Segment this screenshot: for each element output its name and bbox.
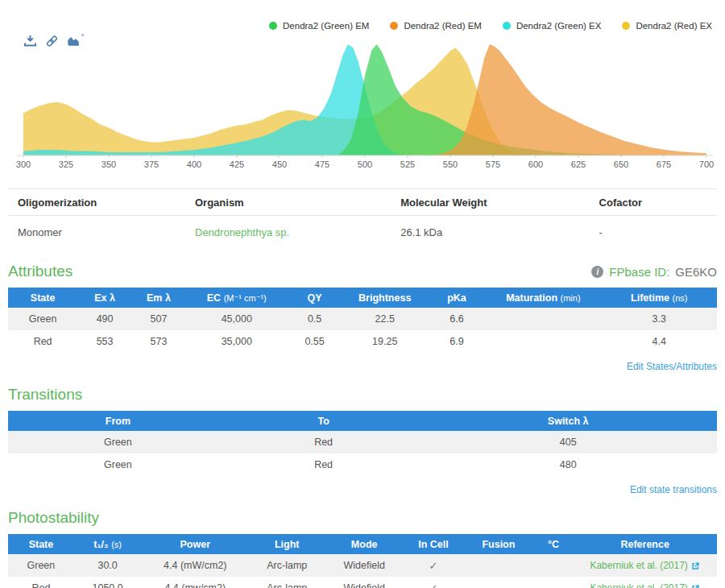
copy-link-icon[interactable] [46, 35, 58, 47]
legend-item-green-ex[interactable]: Dendra2 (Green) EX [503, 21, 601, 31]
cell-light: Arc-lamp [249, 554, 325, 577]
col-qy: QY [288, 288, 342, 308]
svg-text:600: 600 [528, 159, 543, 169]
cell-brightness: 22.5 [342, 308, 429, 330]
col-switch-lambda: Switch λ [419, 411, 717, 431]
legend-label: Dendra2 (Red) EM [404, 21, 482, 31]
cell-brightness: 19.25 [342, 330, 429, 353]
svg-text:450: 450 [272, 159, 287, 169]
chart-toolbar: + [24, 35, 80, 47]
col-reference: Reference [573, 534, 717, 554]
col-t-half: t₁/₂ (s) [74, 534, 142, 554]
table-row: Green 490 507 45,000 0.5 22.5 6.6 3.3 [8, 308, 717, 330]
legend-dot-icon [503, 22, 511, 30]
col-ex-lambda: Ex λ [77, 288, 132, 308]
cofactor-value: - [590, 216, 717, 251]
cell-temperature [534, 577, 573, 588]
legend-item-red-ex[interactable]: Dendra2 (Red) EX [622, 21, 712, 31]
edit-states-link[interactable]: Edit States/Attributes [627, 361, 717, 372]
col-to: To [228, 411, 420, 431]
cell-maturation [485, 330, 601, 353]
svg-text:300: 300 [16, 159, 31, 169]
cell-state: Red [8, 577, 74, 588]
cell-switch: 405 [419, 431, 717, 453]
svg-text:575: 575 [486, 159, 500, 169]
table-row: Green Red 405 [8, 431, 717, 453]
svg-text:350: 350 [102, 159, 116, 169]
cell-light: Arc-lamp [249, 577, 325, 588]
svg-text:475: 475 [315, 159, 329, 169]
col-power: Power [141, 534, 249, 554]
external-link-icon [691, 584, 700, 588]
cell-state: Red [8, 330, 77, 353]
cell-lifetime: 3.3 [602, 308, 717, 330]
info-icon[interactable]: i [591, 266, 603, 278]
cell-mode: Widefield [325, 577, 404, 588]
cell-em: 507 [132, 308, 185, 330]
organism-link[interactable]: Dendronephthya sp. [195, 226, 289, 238]
add-spectrum-chart-icon[interactable]: + [68, 35, 80, 47]
col-brightness: Brightness [342, 288, 429, 308]
legend-dot-icon [269, 22, 277, 30]
cell-qy: 0.5 [288, 308, 342, 330]
transitions-table: From To Switch λ Green Red 405 Green Red… [8, 411, 717, 476]
col-organism: Organism [185, 189, 391, 216]
legend-item-green-em[interactable]: Dendra2 (Green) EM [269, 21, 369, 31]
svg-text:325: 325 [59, 159, 73, 169]
cell-ex: 490 [77, 308, 132, 330]
attributes-table: State Ex λ Em λ EC (M⁻¹ cm⁻¹) QY Brightn… [8, 288, 717, 353]
col-state: State [8, 288, 77, 308]
edit-transitions-link[interactable]: Edit state transitions [630, 484, 717, 495]
table-row: Green Red 480 [8, 453, 717, 476]
fpbase-id-value: GE6KO [675, 265, 717, 279]
download-chart-icon[interactable] [24, 35, 36, 47]
protein-info-table: Oligomerization Organism Molecular Weigh… [8, 188, 717, 250]
cell-from: Green [8, 453, 228, 476]
svg-text:700: 700 [699, 159, 714, 169]
col-light: Light [249, 534, 325, 554]
legend-dot-icon [622, 22, 630, 30]
legend-label: Dendra2 (Green) EM [283, 21, 369, 31]
reference-link[interactable]: Kaberniuk et al. (2017) [590, 560, 699, 571]
transitions-heading: Transitions [8, 386, 82, 404]
cell-fusion [463, 554, 534, 577]
svg-text:500: 500 [358, 159, 372, 169]
cell-switch: 480 [419, 453, 717, 476]
legend-label: Dendra2 (Red) EX [636, 21, 712, 31]
cell-t-half: 1050.0 [74, 577, 142, 588]
col-in-cell: In Cell [404, 534, 463, 554]
cell-maturation [485, 308, 601, 330]
cell-state: Green [8, 554, 74, 577]
cell-em: 573 [132, 330, 185, 353]
reference-link[interactable]: Kaberniuk et al. (2017) [590, 582, 699, 588]
svg-text:375: 375 [144, 159, 159, 169]
col-from: From [8, 411, 228, 431]
cell-to: Red [228, 453, 420, 476]
attributes-heading: Attributes [8, 263, 72, 280]
spectra-chart[interactable]: 3003253503754004254504755005255505756006… [0, 32, 725, 171]
cell-ex: 553 [77, 330, 132, 353]
cell-pka: 6.6 [429, 308, 485, 330]
legend-item-red-em[interactable]: Dendra2 (Red) EM [390, 21, 482, 31]
molecular-weight-value: 26.1 kDa [391, 216, 589, 251]
col-oligomerization: Oligomerization [8, 189, 185, 216]
cell-lifetime: 4.4 [602, 330, 717, 353]
fpbase-id: i FPbase ID: GE6KO [591, 265, 717, 279]
legend-label: Dendra2 (Green) EX [516, 21, 601, 31]
cell-fusion [463, 577, 534, 588]
svg-text:650: 650 [614, 159, 628, 169]
legend-dot-icon [390, 22, 398, 30]
svg-text:525: 525 [400, 159, 415, 169]
cell-temperature [534, 554, 573, 577]
fpbase-id-label: FPbase ID: [609, 265, 669, 279]
table-row: Red 1050.0 4.4 (mw/cm2) Arc-lamp Widefie… [8, 577, 717, 588]
col-maturation: Maturation (min) [485, 288, 601, 308]
cell-qy: 0.55 [288, 330, 342, 353]
cell-from: Green [8, 431, 228, 453]
svg-text:675: 675 [657, 159, 671, 169]
col-lifetime: Lifetime (ns) [602, 288, 717, 308]
svg-text:425: 425 [230, 159, 244, 169]
cell-ec: 35,000 [185, 330, 288, 353]
svg-text:400: 400 [187, 159, 201, 169]
col-molecular-weight: Molecular Weight [391, 189, 589, 216]
